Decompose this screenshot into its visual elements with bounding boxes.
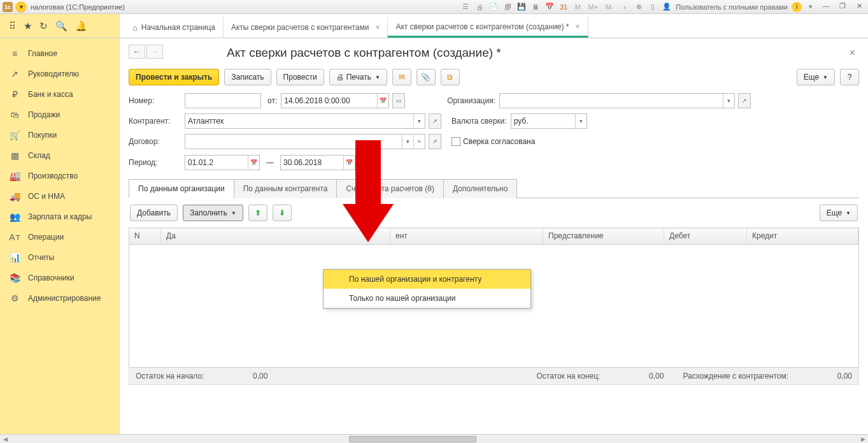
history-icon[interactable]: ↻ bbox=[39, 20, 48, 32]
fill-button[interactable]: Заполнить▼ bbox=[183, 205, 243, 221]
dropdown-arrow-icon[interactable]: ▾ bbox=[15, 1, 27, 13]
sidebar-item-hr[interactable]: 👥Зарплата и кадры bbox=[0, 207, 119, 227]
doc-tab-counterparty-data[interactable]: По данным контрагента bbox=[234, 179, 338, 198]
doc-icon[interactable]: 📄 bbox=[488, 2, 499, 12]
sidebar-item-assets[interactable]: 🚚ОС и НМА bbox=[0, 186, 119, 207]
tab-acts-list[interactable]: Акты сверки расчетов с контрагентами × bbox=[224, 17, 388, 38]
add-row-button[interactable]: Добавить bbox=[130, 205, 178, 221]
agreed-checkbox-wrap[interactable]: Сверка согласована bbox=[452, 137, 535, 146]
scroll-right-icon[interactable]: ▶ bbox=[858, 435, 868, 444]
sidebar-item-operations[interactable]: AᴛОперации bbox=[0, 227, 119, 247]
th-debit[interactable]: Дебет bbox=[664, 228, 747, 244]
help-button[interactable]: ? bbox=[840, 69, 859, 85]
back-icon[interactable]: ‹ bbox=[620, 2, 630, 12]
scroll-thumb[interactable] bbox=[349, 436, 476, 442]
th-date[interactable]: Да bbox=[161, 228, 390, 244]
email-button[interactable]: ✉ bbox=[392, 69, 411, 85]
apps-icon[interactable]: ⠿ bbox=[9, 20, 16, 32]
th-credit[interactable]: Кредит bbox=[747, 228, 858, 244]
period-from-input[interactable]: 01.01.2📅 bbox=[185, 155, 260, 170]
sidebar-item-warehouse[interactable]: ▦Склад bbox=[0, 145, 119, 166]
period-to-input[interactable]: 30.06.2018📅 bbox=[280, 155, 355, 170]
tab-act-create[interactable]: Акт сверки расчетов с контрагентом (созд… bbox=[388, 17, 588, 38]
checkbox-icon[interactable] bbox=[452, 137, 460, 146]
toolbar-icon[interactable]: ☰ bbox=[460, 2, 471, 12]
counterparty-open-button[interactable]: ↗ bbox=[429, 113, 441, 129]
chevron-down-icon[interactable]: ▾ bbox=[723, 94, 734, 108]
panel-icon[interactable]: ▯ bbox=[648, 2, 658, 12]
chevron-down-icon[interactable]: ▾ bbox=[575, 114, 587, 128]
submit-close-button[interactable]: Провести и закрыть bbox=[129, 69, 219, 85]
m-icon[interactable]: M bbox=[573, 2, 583, 12]
clear-icon[interactable]: × bbox=[413, 134, 425, 149]
favorite-icon[interactable]: ★ bbox=[24, 20, 32, 32]
tab-home[interactable]: ⌂ Начальная страница bbox=[125, 17, 224, 38]
mminus-icon[interactable]: M- bbox=[603, 2, 616, 12]
sidebar-item-reports[interactable]: 📊Отчеты bbox=[0, 247, 119, 268]
page-close-button[interactable]: × bbox=[846, 47, 859, 59]
calc-icon[interactable]: 🖩 bbox=[530, 2, 541, 12]
doc-tab-org-data[interactable]: По данным организации bbox=[129, 179, 234, 198]
th-repr[interactable]: Представление bbox=[543, 228, 664, 244]
date-input[interactable]: 14.06.2018 0:00:00📅 bbox=[281, 93, 389, 108]
print-icon[interactable]: 🖨 bbox=[474, 2, 485, 12]
th-doc[interactable]: ент bbox=[390, 228, 543, 244]
info-icon[interactable]: i bbox=[792, 2, 802, 12]
more-button[interactable]: Еще▼ bbox=[797, 69, 835, 85]
org-open-button[interactable]: ↗ bbox=[738, 93, 751, 108]
related-button[interactable]: ⧉ bbox=[441, 69, 460, 85]
submit-button[interactable]: Провести bbox=[276, 69, 324, 85]
print-button[interactable]: 🖨Печать▼ bbox=[329, 69, 387, 85]
sidebar-item-refs[interactable]: 📚Справочники bbox=[0, 268, 119, 288]
close-button[interactable]: ✕ bbox=[853, 2, 865, 12]
dropdown-icon[interactable]: ▾ bbox=[806, 2, 816, 12]
sidebar-item-admin[interactable]: ⚙Администрирование bbox=[0, 288, 119, 309]
sidebar-item-bank[interactable]: ₽Банк и касса bbox=[0, 84, 119, 105]
calendar-icon[interactable]: 📅 bbox=[248, 156, 259, 170]
tab-close-icon[interactable]: × bbox=[576, 22, 580, 31]
move-down-button[interactable]: ⬇ bbox=[273, 205, 292, 221]
table-more-button[interactable]: Еще▼ bbox=[820, 205, 858, 221]
sidebar-item-purchases[interactable]: 🛒Покупки bbox=[0, 125, 119, 145]
counterparty-input[interactable]: Атланттех▾ bbox=[185, 113, 425, 129]
minimize-button[interactable]: — bbox=[820, 2, 832, 12]
restore-button[interactable]: ❐ bbox=[836, 2, 849, 12]
contract-input[interactable]: ▾× bbox=[185, 134, 425, 149]
nav-back-button[interactable]: ← bbox=[129, 45, 145, 59]
search-icon[interactable]: 🔍 bbox=[55, 20, 68, 32]
sidebar-item-production[interactable]: 🏭Производство bbox=[0, 166, 119, 186]
number-input[interactable] bbox=[185, 93, 261, 108]
contract-open-button[interactable]: ↗ bbox=[429, 134, 441, 149]
nav-forward-button[interactable]: → bbox=[146, 45, 163, 59]
org-input[interactable]: ▾ bbox=[499, 93, 735, 108]
doc-tab-additional[interactable]: Дополнительно bbox=[443, 179, 517, 198]
save-icon[interactable]: 💾 bbox=[516, 2, 527, 12]
th-n[interactable]: N bbox=[129, 228, 161, 244]
calendar-icon[interactable]: 📅 bbox=[544, 2, 555, 12]
app-title: налоговая (1С:Предприятие) bbox=[31, 3, 125, 11]
fill-option-org-only[interactable]: Только по нашей организации bbox=[324, 289, 530, 308]
compare-icon[interactable]: 🗐 bbox=[502, 2, 513, 12]
mplus-icon[interactable]: M+ bbox=[587, 2, 599, 12]
save-button[interactable]: Записать bbox=[224, 69, 271, 85]
cal31-icon[interactable]: 31 bbox=[559, 2, 569, 12]
chevron-down-icon[interactable]: ▾ bbox=[413, 114, 425, 128]
period-select-button[interactable]: ... bbox=[359, 154, 378, 171]
sidebar-item-manager[interactable]: ↗Руководителю bbox=[0, 64, 119, 84]
zoom-icon[interactable]: ⊕ bbox=[634, 2, 644, 12]
sidebar-item-main[interactable]: ≡Главное bbox=[0, 43, 119, 64]
sidebar-item-sales[interactable]: 🛍Продажи bbox=[0, 105, 119, 125]
doc-tab-accounts[interactable]: Счета учета расчетов (8) bbox=[336, 179, 443, 198]
attach-button[interactable]: 📎 bbox=[416, 69, 436, 85]
move-up-button[interactable]: ⬆ bbox=[248, 205, 267, 221]
calendar-icon[interactable]: 📅 bbox=[343, 156, 355, 170]
calendar-icon[interactable]: 📅 bbox=[377, 94, 388, 108]
tab-close-icon[interactable]: × bbox=[375, 23, 380, 32]
date-ext-button[interactable]: ▭ bbox=[392, 93, 405, 108]
scroll-left-icon[interactable]: ◀ bbox=[0, 435, 10, 444]
horizontal-scrollbar[interactable]: ◀ ▶ bbox=[0, 434, 868, 443]
currency-input[interactable]: руб.▾ bbox=[511, 113, 587, 129]
bell-icon[interactable]: 🔔 bbox=[75, 20, 87, 32]
chevron-down-icon[interactable]: ▾ bbox=[402, 134, 413, 149]
fill-option-both[interactable]: По нашей организации и контрагенту bbox=[324, 270, 530, 289]
